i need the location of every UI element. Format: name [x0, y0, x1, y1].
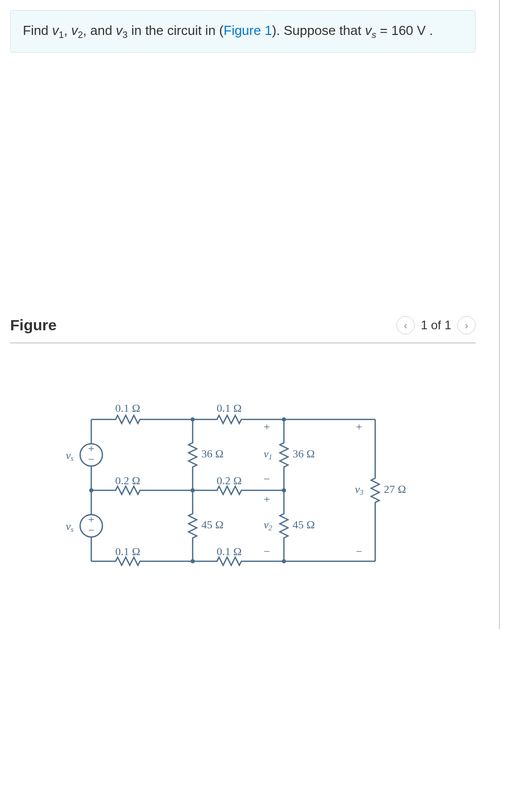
v2-minus: − — [264, 545, 270, 558]
label-r-36-left: 36 Ω — [201, 447, 224, 460]
svg-point-35 — [282, 417, 286, 421]
figure-link[interactable]: Figure 1 — [224, 23, 272, 38]
label-v1: v1 — [264, 447, 272, 461]
resistor-bot-2 — [213, 557, 245, 565]
svg-point-33 — [191, 488, 195, 492]
chevron-right-icon: › — [465, 320, 468, 331]
chevron-left-icon: ‹ — [404, 320, 408, 331]
v3-minus: − — [356, 545, 362, 558]
label-r-27: 27 Ω — [384, 483, 406, 495]
label-v3: v3 — [355, 483, 364, 496]
resistor-45-left — [189, 510, 197, 542]
problem-statement: Find v1, v2, and v3 in the circuit in (F… — [10, 10, 476, 53]
label-r-bottom1: 0.1 Ω — [115, 545, 140, 558]
v1-plus: + — [264, 420, 270, 433]
figure-navigation: ‹ 1 of 1 › — [396, 316, 476, 334]
resistor-top-1 — [112, 415, 144, 423]
resistor-27 — [371, 474, 379, 507]
svg-point-32 — [191, 417, 195, 421]
resistor-mid-2 — [213, 486, 245, 494]
svg-point-31 — [89, 488, 93, 492]
svg-point-34 — [191, 559, 195, 563]
prev-button[interactable]: ‹ — [396, 316, 415, 334]
circuit-svg: + − — [51, 394, 406, 597]
v1-minus: − — [264, 473, 270, 485]
figure-title: Figure — [10, 317, 57, 334]
circuit-diagram: + − — [10, 364, 496, 619]
resistor-45-right — [280, 510, 288, 542]
voltage-source-bot — [80, 513, 102, 537]
label-r-36-right: 36 Ω — [293, 447, 315, 460]
label-r-top1: 0.1 Ω — [115, 402, 140, 414]
voltage-source-top — [80, 442, 102, 466]
v2-plus: + — [264, 493, 270, 506]
v3-plus: + — [356, 420, 362, 433]
svg-point-37 — [282, 559, 286, 563]
label-vs1: vs — [66, 449, 74, 462]
label-r-middle2: 0.2 Ω — [216, 474, 241, 487]
resistor-36-right — [280, 439, 288, 471]
label-r-top2: 0.1 Ω — [216, 402, 241, 414]
label-vs2: vs — [66, 520, 74, 533]
label-r-45-left: 45 Ω — [201, 518, 224, 531]
figure-counter: 1 of 1 — [421, 318, 451, 332]
label-r-middle1: 0.2 Ω — [115, 474, 140, 487]
label-r-45-right: 45 Ω — [293, 518, 315, 531]
label-r-bottom2: 0.1 Ω — [216, 545, 241, 558]
next-button[interactable]: › — [457, 316, 476, 334]
resistor-36-left — [189, 439, 197, 471]
resistor-bot-1 — [112, 557, 144, 565]
resistor-top-2 — [213, 415, 245, 423]
label-v2: v2 — [264, 518, 272, 532]
problem-text: Find v1, v2, and v3 in the circuit in (F… — [23, 21, 463, 42]
figure-header: Figure ‹ 1 of 1 › — [10, 316, 476, 343]
resistor-mid-1 — [112, 486, 144, 494]
svg-point-36 — [282, 488, 286, 492]
